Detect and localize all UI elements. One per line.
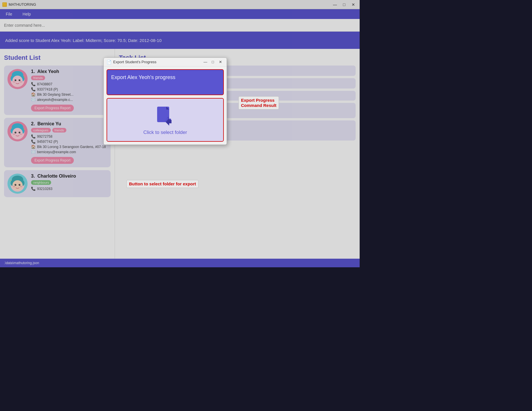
export-modal: 📄 Export Student's Progress — □ ✕ Export…: [103, 57, 227, 145]
modal-controls: — □ ✕: [202, 59, 224, 65]
callout-command-result: Export Progress Command Result: [238, 100, 256, 106]
callout-command-result-text: Export Progress Command Result: [238, 96, 279, 110]
callout-folder-button-text: Button to select folder for export: [126, 180, 198, 188]
modal-close[interactable]: ✕: [217, 59, 224, 65]
export-result-text: Export Alex Yeoh's progress: [111, 74, 176, 80]
modal-title-left: 📄 Export Student's Progress: [107, 60, 157, 64]
folder-icon: [154, 104, 177, 127]
export-result-box: Export Alex Yeoh's progress: [107, 69, 224, 95]
modal-maximize[interactable]: □: [209, 59, 216, 65]
folder-select-button[interactable]: Click to select folder: [107, 98, 224, 142]
modal-body: Export Alex Yeoh's progress: [104, 66, 227, 145]
modal-title-icon: 📄: [107, 60, 111, 64]
modal-title-bar: 📄 Export Student's Progress — □ ✕: [104, 58, 227, 66]
modal-minimize[interactable]: —: [202, 59, 209, 65]
folder-label: Click to select folder: [143, 130, 187, 135]
modal-title-text: Export Student's Progress: [113, 60, 157, 64]
